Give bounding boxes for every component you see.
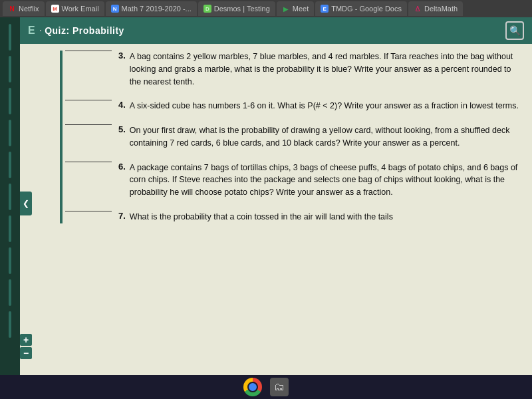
question-4: 4. A six-sided cube has numbers 1-6 on i… — [65, 100, 519, 112]
files-taskbar-icon[interactable]: 🗂 — [270, 378, 289, 396]
question-7-number: 7. — [118, 211, 126, 221]
sidebar-decoration-7 — [9, 215, 11, 242]
sidebar-decoration-10 — [9, 311, 11, 338]
quiz-badge-separator: · — [39, 25, 42, 37]
answer-blank-3 — [65, 51, 112, 51]
quiz-header: E · Quiz: Probability 🔍 — [20, 17, 532, 44]
question-4-number: 4. — [118, 100, 126, 110]
tab-math[interactable]: N Math 7 2019-2020 -... — [106, 1, 197, 16]
quiz-content: 3. A bag contains 2 yellow marbles, 7 bl… — [20, 44, 532, 399]
previous-page-button[interactable]: ❮ — [20, 192, 32, 215]
sidebar-decoration-9 — [9, 279, 11, 306]
zoom-in-button[interactable]: + — [20, 334, 32, 346]
left-arrow-icon: ❮ — [23, 199, 29, 208]
question-4-text: A six-sided cube has numbers 1-6 on it. … — [130, 100, 519, 112]
search-button[interactable]: 🔍 — [505, 21, 524, 40]
content-wrapper: 3. A bag contains 2 yellow marbles, 7 bl… — [60, 51, 519, 223]
tab-desmos-label: Desmos | Testing — [214, 5, 270, 13]
tab-math-label: Math 7 2019-2020 -... — [122, 5, 192, 13]
question-3-text: A bag contains 2 yellow marbles, 7 blue … — [130, 51, 519, 88]
tab-meet-label: Meet — [293, 5, 309, 13]
question-6-text: A package contains 7 bags of tortillas c… — [130, 162, 519, 199]
sidebar-decoration-2 — [9, 56, 11, 82]
tab-tmdg[interactable]: E TMDG - Google Docs — [315, 1, 407, 16]
question-5-number: 5. — [118, 124, 126, 134]
zoom-out-button[interactable]: − — [20, 347, 32, 359]
question-7-line: 7. What is the probability that a coin t… — [65, 211, 519, 223]
math-icon: N — [111, 5, 119, 13]
browser-area: ❮ + − E · Quiz: Probability 🔍 — [0, 17, 532, 399]
quiz-title: Quiz: Probability — [45, 25, 124, 36]
sidebar-decoration-8 — [9, 247, 11, 274]
question-3-number: 3. — [118, 51, 126, 61]
chrome-taskbar-icon[interactable] — [243, 378, 262, 396]
question-3-line: 3. A bag contains 2 yellow marbles, 7 bl… — [65, 51, 519, 88]
tab-deltamath[interactable]: Δ DeltaMath — [408, 1, 463, 16]
search-icon: 🔍 — [509, 25, 521, 36]
answer-blank-4 — [65, 100, 112, 100]
question-5: 5. On your first draw, what is the proba… — [65, 124, 519, 150]
question-5-text: On your first draw, what is the probabil… — [130, 124, 519, 150]
desmos-icon: D — [203, 5, 211, 13]
left-border-decoration — [60, 51, 63, 223]
question-4-line: 4. A six-sided cube has numbers 1-6 on i… — [65, 100, 519, 112]
taskbar: 🗂 — [0, 375, 532, 399]
sidebar-decoration-4 — [9, 120, 11, 146]
question-7: 7. What is the probability that a coin t… — [65, 211, 519, 223]
question-6: 6. A package contains 7 bags of tortilla… — [65, 162, 519, 199]
tab-gmail-label: Work Email — [62, 5, 99, 13]
sidebar-decoration-5 — [9, 152, 11, 178]
question-3: 3. A bag contains 2 yellow marbles, 7 bl… — [65, 51, 519, 88]
answer-blank-7 — [65, 211, 112, 211]
tab-gmail[interactable]: M Work Email — [46, 1, 104, 16]
tab-netflix-label: Netflix — [19, 5, 39, 13]
answer-blank-5 — [65, 124, 112, 125]
tab-desmos[interactable]: D Desmos | Testing — [198, 1, 275, 16]
quiz-title-area: E · Quiz: Probability — [28, 25, 124, 37]
tab-tmdg-label: TMDG - Google Docs — [331, 5, 402, 13]
quiz-container: E · Quiz: Probability 🔍 3. A bag contain… — [20, 17, 532, 399]
netflix-icon: N — [8, 5, 16, 13]
answer-blank-6 — [65, 162, 112, 162]
sidebar-decoration-1 — [9, 24, 11, 51]
zoom-controls: + − — [20, 334, 32, 359]
question-6-line: 6. A package contains 7 bags of tortilla… — [65, 162, 519, 199]
sidebar-decoration-6 — [9, 184, 11, 210]
sidebar-decoration-3 — [9, 88, 11, 114]
quiz-badge: E — [28, 25, 35, 37]
docs-icon: E — [321, 5, 329, 13]
tab-netflix[interactable]: N Netflix — [3, 1, 45, 16]
meet-icon: ▶ — [282, 5, 290, 13]
left-sidebar — [0, 17, 20, 399]
question-7-text: What is the probability that a coin toss… — [130, 211, 393, 223]
question-6-number: 6. — [118, 162, 126, 172]
tab-meet[interactable]: ▶ Meet — [277, 1, 314, 16]
deltamath-icon: Δ — [414, 5, 422, 13]
question-5-line: 5. On your first draw, what is the proba… — [65, 124, 519, 150]
browser-tab-bar: N Netflix M Work Email N Math 7 2019-202… — [0, 0, 532, 17]
gmail-icon: M — [51, 5, 59, 13]
tab-deltamath-label: DeltaMath — [424, 5, 458, 13]
